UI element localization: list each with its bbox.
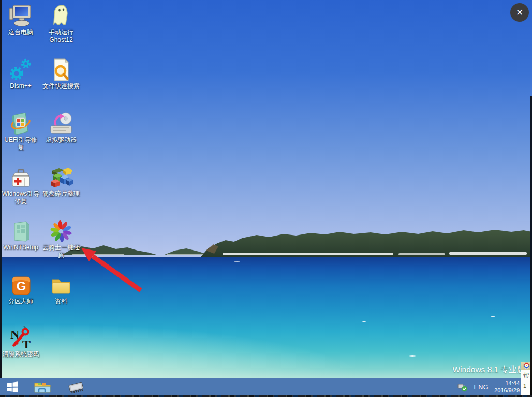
icon-label: 手动运行 Ghost12 xyxy=(42,28,80,44)
pinwheel-icon xyxy=(49,219,73,243)
icon-label: 虚拟驱动器 xyxy=(42,136,80,144)
file-explorer-icon xyxy=(33,379,52,395)
icon-label: 云骑士一键还原 xyxy=(42,244,80,259)
desktop-icon-uefi-boot-repair[interactable]: UEFI引导修复 xyxy=(1,112,40,152)
safely-remove-hardware-icon[interactable] xyxy=(457,382,468,392)
first-aid-kit-icon xyxy=(8,166,33,189)
icon-label: Dism++ xyxy=(2,82,40,90)
document-search-icon xyxy=(49,58,73,82)
clock-time: 14:44 xyxy=(494,380,520,387)
input-method-icon xyxy=(523,362,530,369)
system-tray: ENG 14:44 2016/9/29 xyxy=(457,378,520,395)
computer-icon xyxy=(8,4,33,28)
desktop-icon-winntsetup[interactable]: WinNTSetup xyxy=(1,219,40,252)
file-explorer-button[interactable] xyxy=(32,379,53,395)
desktop-icon-virtual-drive[interactable]: 虚拟驱动器 xyxy=(41,112,81,144)
close-icon: ✕ xyxy=(516,8,523,17)
desktop-screen: 这台电脑 手动运行 Ghost12 Dism++ xyxy=(0,0,532,397)
icon-label: 文件快速搜索 xyxy=(42,82,80,90)
svg-text:G: G xyxy=(17,279,26,293)
defrag-blocks-icon xyxy=(49,166,73,189)
icon-label: 硬盘碎片整理 xyxy=(42,190,80,198)
icon-label: 这台电脑 xyxy=(2,28,40,36)
desktop-icon-windows-boot-repair[interactable]: Widnows引导修复 xyxy=(1,166,40,205)
icon-label: WinNTSetup xyxy=(2,244,40,252)
desktop-icon-disk-defrag[interactable]: 硬盘碎片整理 xyxy=(41,166,81,198)
icon-label: UEFI引导修复 xyxy=(2,136,40,152)
wave-fleck xyxy=(491,316,495,317)
desktop-icon-documents[interactable]: 资料 xyxy=(41,273,81,305)
disc-drive-icon xyxy=(49,112,73,136)
screen-edge-right xyxy=(530,96,532,397)
ramdisk-button[interactable] xyxy=(65,380,87,394)
desktop-icon-clear-system-password[interactable]: N T 清除系统密码 xyxy=(1,326,40,358)
red-arrow-annotation xyxy=(78,243,145,295)
windows-logo-icon xyxy=(6,380,20,394)
language-indicator[interactable]: ENG xyxy=(474,384,489,391)
wave-fleck xyxy=(234,261,240,262)
wave-fleck xyxy=(409,355,416,357)
nt-key-icon: N T xyxy=(8,326,33,350)
desktop-icon-yunqishi-onekey-restore[interactable]: 云骑士一键还原 xyxy=(41,219,81,259)
clock-date: 2016/9/29 xyxy=(494,387,520,394)
clock[interactable]: 14:44 2016/9/29 xyxy=(494,380,520,394)
windows-edition-watermark: Windows 8.1 专业版 xyxy=(452,364,525,375)
memory-chip-icon xyxy=(66,380,86,394)
desktop-icon-partition-master[interactable]: G 分区大师 xyxy=(1,273,40,305)
wave-fleck xyxy=(362,321,366,322)
gears-icon xyxy=(8,58,33,82)
software-box-icon xyxy=(8,219,33,243)
desktop-icon-file-quick-search[interactable]: 文件快速搜索 xyxy=(41,58,81,90)
desktop-icon-this-pc[interactable]: 这台电脑 xyxy=(1,4,40,36)
taskbar: ENG 14:44 2016/9/29 xyxy=(0,378,532,395)
folder-icon xyxy=(49,273,73,297)
icon-label: 清除系统密码 xyxy=(2,350,40,358)
screen-edge-left xyxy=(0,0,2,378)
windows-book-icon xyxy=(8,112,33,136)
close-button[interactable]: ✕ xyxy=(510,3,529,22)
icon-label: Widnows引导修复 xyxy=(2,190,40,205)
icon-label: 分区大师 xyxy=(2,298,40,305)
icon-label: 资料 xyxy=(42,298,80,305)
start-button[interactable] xyxy=(5,380,20,394)
desktop-icon-dism[interactable]: Dism++ xyxy=(1,58,40,90)
ghost-icon xyxy=(49,4,73,28)
svg-text:T: T xyxy=(22,337,31,350)
desktop-icon-run-ghost12[interactable]: 手动运行 Ghost12 xyxy=(41,4,81,44)
partition-g-icon: G xyxy=(8,273,33,297)
